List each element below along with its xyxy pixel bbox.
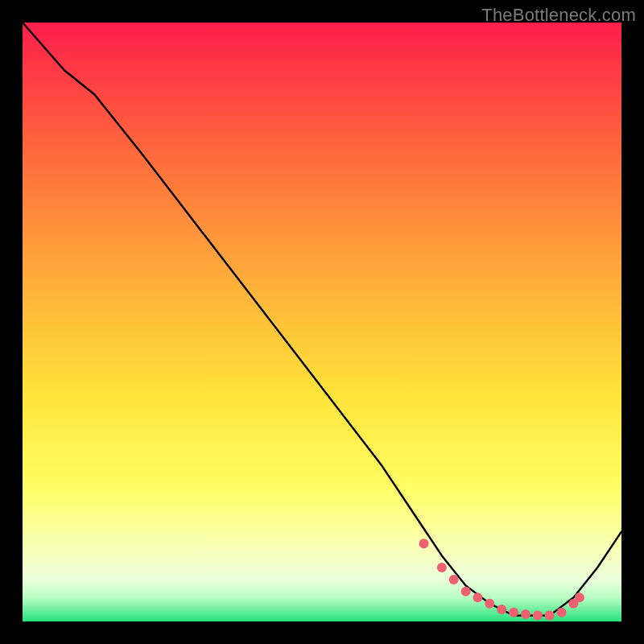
marker-point xyxy=(545,611,555,621)
watermark-text: TheBottleneck.com xyxy=(481,5,636,26)
marker-point xyxy=(575,592,584,602)
marker-point xyxy=(419,539,429,548)
marker-point xyxy=(437,563,447,572)
chart-frame xyxy=(23,23,621,621)
marker-point xyxy=(461,587,471,597)
marker-point xyxy=(473,592,482,602)
marker-point xyxy=(449,575,459,584)
marker-point xyxy=(521,609,530,619)
marker-point xyxy=(557,608,567,617)
marker-point xyxy=(509,608,518,617)
marker-point xyxy=(497,605,506,614)
marker-point xyxy=(533,611,543,621)
chart-svg xyxy=(23,23,621,621)
marker-point xyxy=(485,599,494,609)
gradient-background xyxy=(23,23,621,621)
